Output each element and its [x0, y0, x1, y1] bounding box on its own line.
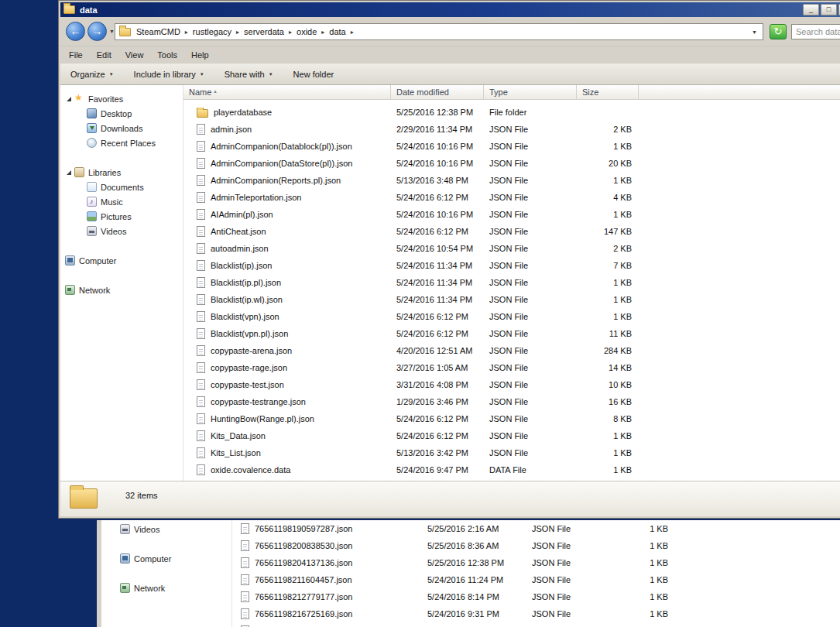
table-row[interactable]: copypaste-testrange.json 1/29/2016 3:46 …: [183, 393, 840, 410]
folder-tree: Favorites Desktop Downloads: [60, 85, 183, 297]
recent-pages-dropdown-icon[interactable]: [109, 29, 115, 34]
breadcrumb-item[interactable]: data: [327, 26, 348, 37]
sidebar-item[interactable]: Desktop: [60, 106, 183, 121]
table-row[interactable]: AdminCompanion(DataStore(pl)).json 5/24/…: [183, 155, 840, 172]
table-row[interactable]: playerdatabase 5/25/2016 12:38 PM File f…: [183, 104, 840, 121]
sidebar-item-icon: [87, 211, 97, 221]
sidebar-item[interactable]: Recent Places: [60, 135, 183, 150]
breadcrumb-separator-icon[interactable]: [321, 29, 324, 36]
menu-item-label: Tools: [157, 50, 177, 60]
column-header[interactable]: Name: [183, 85, 391, 99]
breadcrumb-item[interactable]: oxide: [294, 26, 319, 37]
sidebar-item[interactable]: Videos: [120, 522, 171, 536]
file-icon: [197, 328, 205, 339]
sidebar-item-label: Pictures: [101, 212, 132, 221]
breadcrumb-separator-icon[interactable]: [289, 29, 292, 36]
column-header[interactable]: Size: [577, 85, 639, 99]
table-row[interactable]: copypaste-test.json 3/31/2016 4:08 PM JS…: [183, 376, 840, 393]
table-row[interactable]: AntiCheat.json 5/24/2016 6:12 PM JSON Fi…: [183, 223, 840, 240]
back-button[interactable]: ←: [66, 22, 85, 41]
file-size: 1 KB: [577, 431, 639, 440]
table-row[interactable]: Kits_List.json 5/13/2016 3:42 PM JSON Fi…: [183, 444, 840, 461]
file-icon: [197, 192, 205, 203]
menu-item[interactable]: View: [118, 48, 151, 62]
breadcrumb-item[interactable]: rustlegacy: [190, 26, 234, 37]
table-row[interactable]: AIAdmin(pl).json 5/24/2016 10:16 PM JSON…: [183, 206, 840, 223]
breadcrumb-item[interactable]: SteamCMD: [134, 26, 183, 37]
menu-item-label: Edit: [97, 50, 111, 60]
sidebar-item[interactable]: Downloads: [60, 121, 183, 135]
sidebar-item[interactable]: Computer: [120, 551, 171, 566]
expander-icon[interactable]: [67, 97, 71, 101]
address-dropdown-icon[interactable]: [752, 29, 759, 35]
table-row[interactable]: oxide.covalence.data 5/24/2016 9:47 PM D…: [183, 461, 840, 478]
menu-item[interactable]: Help: [184, 48, 216, 62]
file-type: DATA File: [484, 465, 577, 475]
address-bar[interactable]: SteamCMD rustlegacy serverdata oxide dat…: [115, 23, 763, 40]
file-size: 1 KB: [612, 558, 675, 567]
file-date-modified: 1/29/2016 3:46 PM: [391, 397, 484, 406]
table-row[interactable]: autoadmin.json 5/24/2016 10:54 PM JSON F…: [183, 240, 840, 257]
table-row[interactable]: 76561198204137136.json 5/25/2016 12:38 P…: [236, 554, 840, 571]
file-icon: [197, 175, 205, 186]
file-type: JSON File: [484, 346, 577, 355]
breadcrumb-separator-icon[interactable]: [351, 29, 354, 36]
refresh-button[interactable]: ↻: [770, 24, 787, 39]
table-row[interactable]: admin.json 2/29/2016 11:34 PM JSON File …: [183, 121, 840, 138]
toolbar-button[interactable]: Share with: [225, 70, 273, 79]
breadcrumb-item-label: oxide: [297, 27, 317, 36]
table-row[interactable]: 76561198216… 5/25/2016 1:25 AM JSON File…: [236, 622, 840, 627]
column-header[interactable]: Type: [484, 85, 577, 99]
toolbar-button[interactable]: Include in library: [134, 70, 204, 79]
table-row[interactable]: 76561198200838530.json 5/25/2016 8:36 AM…: [236, 537, 840, 554]
file-date-modified: 5/24/2016 6:12 PM: [391, 431, 484, 440]
table-row[interactable]: Blacklist(ip.pl).json 5/24/2016 11:34 PM…: [183, 274, 840, 291]
file-name: copypaste-arena.json: [211, 346, 292, 355]
sidebar-item[interactable]: Pictures: [60, 209, 183, 224]
expander-icon[interactable]: [67, 170, 71, 175]
table-row[interactable]: Blacklist(vpn.pl).json 5/24/2016 6:12 PM…: [183, 325, 840, 342]
sidebar-item[interactable]: Videos: [60, 224, 183, 238]
table-row[interactable]: AdminCompanion(Reports.pl).json 5/13/201…: [183, 172, 840, 189]
table-row[interactable]: 76561198211604457.json 5/24/2016 11:24 P…: [236, 571, 840, 588]
file-name: AdminCompanion(Datablock(pl)).json: [211, 142, 352, 151]
column-header[interactable]: [639, 85, 840, 99]
table-row[interactable]: 76561198212779177.json 5/24/2016 8:14 PM…: [236, 588, 840, 605]
sidebar-item[interactable]: Documents: [60, 180, 183, 194]
sidebar-item[interactable]: Computer: [60, 253, 183, 268]
breadcrumb-separator-icon[interactable]: [185, 29, 188, 36]
breadcrumb-item[interactable]: serverdata: [242, 26, 286, 37]
table-row[interactable]: 76561198216725169.json 5/24/2016 9:31 PM…: [236, 605, 840, 622]
table-row[interactable]: Blacklist(ip).json 5/24/2016 11:34 PM JS…: [183, 257, 840, 274]
table-row[interactable]: Blacklist(vpn).json 5/24/2016 6:12 PM JS…: [183, 308, 840, 325]
file-size: 14 KB: [577, 363, 639, 372]
file-date-modified: 5/25/2016 12:38 PM: [391, 108, 484, 117]
file-type: JSON File: [484, 380, 577, 389]
table-row[interactable]: AdminTeleportation.json 5/24/2016 6:12 P…: [183, 189, 840, 206]
sidebar-item[interactable]: Favorites: [60, 91, 183, 106]
file-date-modified: 5/24/2016 9:47 PM: [391, 465, 484, 475]
table-row[interactable]: AdminCompanion(Datablock(pl)).json 5/24/…: [183, 138, 840, 155]
forward-button[interactable]: →: [87, 22, 107, 41]
sidebar-item-label: Network: [134, 584, 165, 593]
menu-item[interactable]: Edit: [90, 48, 118, 62]
table-row[interactable]: HuntingBow(Range.pl).json 5/24/2016 6:12…: [183, 410, 840, 427]
sidebar-item[interactable]: Music: [60, 194, 183, 209]
menu-item[interactable]: File: [62, 48, 90, 62]
sidebar-item[interactable]: Libraries: [60, 165, 183, 180]
table-row[interactable]: Kits_Data.json 5/24/2016 6:12 PM JSON Fi…: [183, 427, 840, 444]
maximize-button[interactable]: □: [821, 4, 837, 15]
table-row[interactable]: 76561198190597287.json 5/25/2016 2:16 AM…: [236, 520, 840, 537]
menu-item[interactable]: Tools: [150, 48, 184, 62]
sidebar-item[interactable]: Network: [120, 581, 171, 595]
column-header[interactable]: Date modified: [391, 85, 484, 99]
toolbar-button[interactable]: Organize: [70, 70, 114, 79]
sidebar-item[interactable]: Network: [60, 283, 183, 297]
table-row[interactable]: Blacklist(ip.wl).json 5/24/2016 11:34 PM…: [183, 291, 840, 308]
toolbar-button[interactable]: New folder: [293, 70, 334, 79]
search-input[interactable]: [792, 25, 840, 39]
breadcrumb-separator-icon[interactable]: [236, 29, 239, 36]
minimize-button[interactable]: _: [803, 4, 819, 15]
table-row[interactable]: copypaste-rage.json 3/27/2016 1:05 AM JS…: [183, 359, 840, 376]
table-row[interactable]: copypaste-arena.json 4/20/2016 12:51 AM …: [183, 342, 840, 359]
